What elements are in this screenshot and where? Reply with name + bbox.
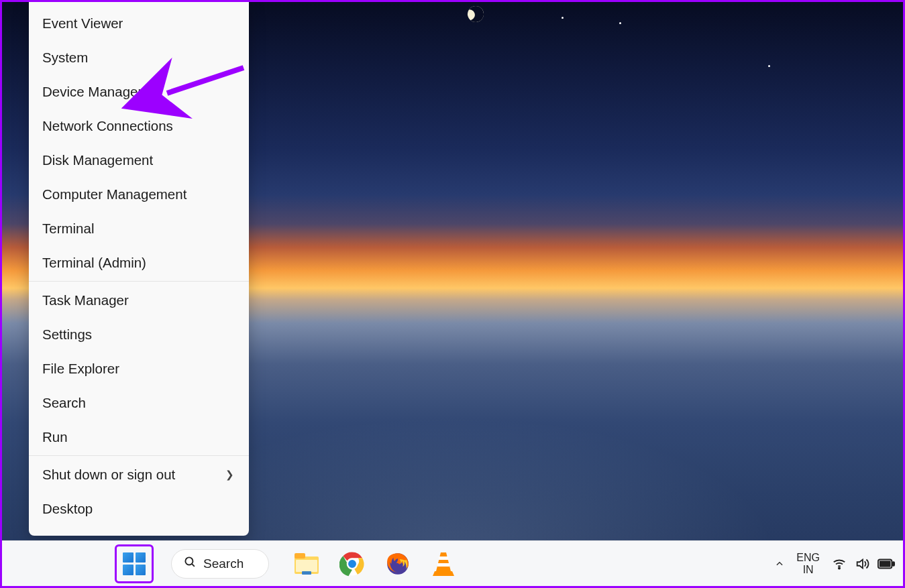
language-indicator[interactable]: ENG IN bbox=[796, 552, 820, 576]
menu-item-computer-management[interactable]: Computer Management bbox=[29, 177, 249, 211]
menu-item-terminal-admin[interactable]: Terminal (Admin) bbox=[29, 245, 249, 280]
tray-status-icons[interactable] bbox=[832, 556, 895, 571]
menu-item-terminal[interactable]: Terminal bbox=[29, 211, 249, 245]
menu-item-shut-down-or-sign-out[interactable]: Shut down or sign out ❯ bbox=[29, 457, 249, 491]
menu-item-label: Event Viewer bbox=[42, 15, 123, 32]
windows-logo-icon bbox=[123, 552, 146, 575]
search-label: Search bbox=[203, 556, 244, 571]
svg-point-13 bbox=[839, 567, 840, 569]
svg-line-2 bbox=[192, 563, 195, 566]
svg-rect-4 bbox=[295, 553, 305, 558]
svg-rect-6 bbox=[302, 571, 311, 575]
svg-rect-11 bbox=[439, 556, 448, 560]
menu-item-label: System bbox=[42, 50, 88, 66]
menu-separator bbox=[29, 455, 249, 456]
svg-rect-16 bbox=[880, 561, 890, 566]
menu-item-disk-management[interactable]: Disk Management bbox=[29, 143, 249, 177]
taskbar-app-vlc[interactable] bbox=[430, 550, 457, 577]
menu-item-event-viewer[interactable]: Event Viewer bbox=[29, 6, 249, 40]
taskbar-app-chrome[interactable] bbox=[339, 550, 366, 577]
menu-item-label: Computer Management bbox=[42, 186, 187, 202]
svg-rect-15 bbox=[892, 562, 894, 566]
wifi-icon bbox=[832, 556, 847, 571]
volume-icon bbox=[855, 556, 869, 571]
menu-item-label: Search bbox=[42, 395, 86, 411]
chevron-up-icon bbox=[775, 559, 784, 569]
menu-item-label: Disk Management bbox=[42, 152, 153, 168]
menu-item-label: Shut down or sign out bbox=[42, 467, 175, 483]
menu-item-system[interactable]: System bbox=[29, 40, 249, 74]
star-decoration bbox=[619, 22, 621, 24]
moon-decoration bbox=[466, 4, 486, 25]
menu-item-label: Device Manager bbox=[42, 84, 142, 100]
lang-bottom: IN bbox=[796, 564, 820, 576]
menu-item-network-connections[interactable]: Network Connections bbox=[29, 109, 249, 143]
taskbar-pinned-apps bbox=[293, 550, 457, 577]
lang-top: ENG bbox=[796, 552, 820, 564]
menu-item-search[interactable]: Search bbox=[29, 386, 249, 420]
menu-item-label: File Explorer bbox=[42, 361, 119, 377]
taskbar-center-group: Search bbox=[115, 544, 457, 583]
svg-rect-12 bbox=[437, 563, 449, 567]
menu-item-desktop[interactable]: Desktop bbox=[29, 491, 249, 526]
svg-rect-5 bbox=[296, 560, 317, 572]
taskbar-search[interactable]: Search bbox=[171, 549, 269, 579]
chrome-icon bbox=[339, 551, 365, 577]
search-icon bbox=[184, 556, 197, 572]
vlc-icon bbox=[431, 551, 456, 577]
menu-item-label: Desktop bbox=[42, 501, 93, 517]
menu-item-device-manager[interactable]: Device Manager bbox=[29, 74, 249, 109]
menu-item-label: Settings bbox=[42, 327, 92, 343]
star-decoration bbox=[562, 17, 564, 19]
chevron-right-icon: ❯ bbox=[225, 469, 234, 481]
menu-item-label: Task Manager bbox=[42, 292, 129, 308]
system-tray: ENG IN bbox=[775, 552, 895, 576]
star-decoration bbox=[768, 65, 770, 67]
menu-item-file-explorer[interactable]: File Explorer bbox=[29, 351, 249, 386]
menu-item-label: Terminal bbox=[42, 221, 94, 237]
start-button[interactable] bbox=[115, 544, 154, 583]
taskbar-app-firefox[interactable] bbox=[384, 550, 411, 577]
battery-icon bbox=[877, 558, 895, 570]
menu-item-task-manager[interactable]: Task Manager bbox=[29, 283, 249, 317]
tray-overflow-button[interactable] bbox=[775, 559, 784, 569]
menu-separator bbox=[29, 281, 249, 282]
menu-item-label: Run bbox=[42, 429, 68, 445]
menu-item-label: Network Connections bbox=[42, 118, 173, 134]
taskbar: Search bbox=[2, 540, 903, 586]
menu-item-run[interactable]: Run bbox=[29, 420, 249, 454]
taskbar-app-file-explorer[interactable] bbox=[293, 550, 320, 577]
menu-item-label: Terminal (Admin) bbox=[42, 255, 146, 271]
file-explorer-icon bbox=[294, 552, 319, 575]
svg-point-1 bbox=[185, 557, 193, 565]
firefox-icon bbox=[385, 551, 411, 577]
power-user-menu: Event Viewer System Device Manager Netwo… bbox=[29, 2, 249, 536]
menu-item-settings[interactable]: Settings bbox=[29, 317, 249, 351]
